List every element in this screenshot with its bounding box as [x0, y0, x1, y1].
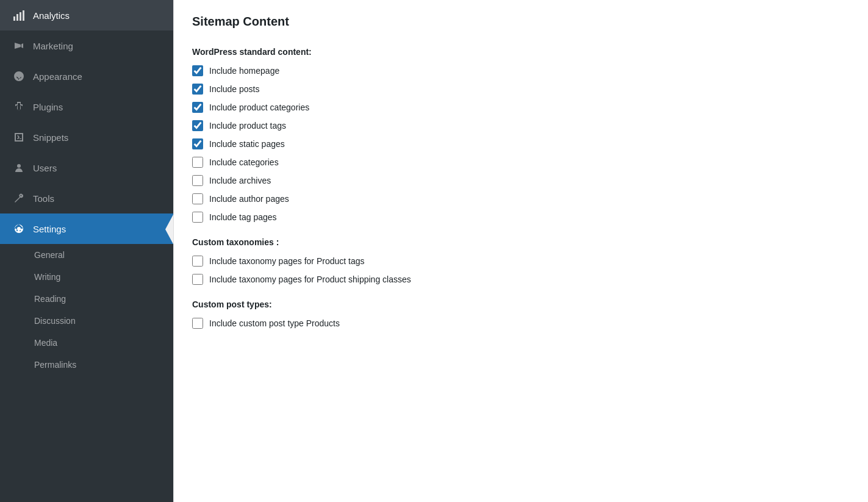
plugins-icon	[12, 100, 26, 113]
tools-icon	[12, 192, 26, 205]
checkbox-input-include-homepage[interactable]	[192, 65, 203, 76]
checkbox-label-include-product-categories: Include product categories	[209, 102, 309, 112]
analytics-icon	[12, 9, 26, 22]
sidebar-subitem-permalinks[interactable]: Permalinks	[0, 354, 173, 376]
checkbox-label-include-homepage: Include homepage	[209, 66, 279, 76]
checkbox-input-taxonomy-shipping[interactable]	[192, 274, 203, 285]
custom-post-types-label: Custom post types:	[192, 299, 850, 309]
checkbox-label-include-static-pages: Include static pages	[209, 139, 285, 149]
checkbox-include-homepage[interactable]: Include homepage	[192, 65, 850, 76]
checkbox-taxonomy-shipping[interactable]: Include taxonomy pages for Product shipp…	[192, 274, 850, 285]
sidebar-item-users[interactable]: Users	[0, 152, 173, 183]
custom-taxonomies-label: Custom taxonomies :	[192, 237, 850, 247]
sidebar-subitem-reading[interactable]: Reading	[0, 288, 173, 310]
checkbox-input-include-product-tags[interactable]	[192, 120, 203, 131]
checkbox-custom-products[interactable]: Include custom post type Products	[192, 318, 850, 329]
sidebar-label-users: Users	[33, 163, 57, 173]
checkbox-label-taxonomy-shipping: Include taxonomy pages for Product shipp…	[209, 274, 411, 284]
sidebar-item-marketing[interactable]: Marketing	[0, 30, 173, 61]
marketing-icon	[12, 39, 26, 52]
checkbox-label-include-tag-pages: Include tag pages	[209, 212, 277, 222]
checkbox-taxonomy-product-tags[interactable]: Include taxonomy pages for Product tags	[192, 256, 850, 267]
checkbox-input-include-tag-pages[interactable]	[192, 212, 203, 223]
checkbox-label-taxonomy-product-tags: Include taxonomy pages for Product tags	[209, 256, 364, 266]
svg-rect-3	[23, 10, 24, 21]
content-inner: Sitemap Content WordPress standard conte…	[174, 0, 868, 351]
sidebar-item-appearance[interactable]: Appearance	[0, 61, 173, 91]
custom-post-types-section: Custom post types: Include custom post t…	[192, 299, 850, 329]
checkbox-input-include-product-categories[interactable]	[192, 102, 203, 113]
sidebar-subitem-media[interactable]: Media	[0, 332, 173, 354]
checkbox-include-author-pages[interactable]: Include author pages	[192, 193, 850, 204]
checkbox-input-include-static-pages[interactable]	[192, 138, 203, 149]
sidebar-submenu-settings: General Writing Reading Discussion Media…	[0, 244, 173, 376]
sidebar-label-appearance: Appearance	[33, 71, 82, 82]
checkbox-label-include-posts: Include posts	[209, 84, 260, 94]
settings-icon	[12, 222, 26, 235]
svg-rect-0	[13, 16, 15, 21]
sidebar-label-marketing: Marketing	[33, 41, 73, 51]
section-title: Sitemap Content	[192, 15, 850, 35]
checkbox-label-custom-products: Include custom post type Products	[209, 318, 340, 328]
users-icon	[12, 161, 26, 174]
svg-rect-2	[20, 12, 21, 21]
standard-checkboxes: Include homepage Include posts Include p…	[192, 65, 850, 223]
sidebar-item-analytics[interactable]: Analytics	[0, 0, 173, 30]
checkbox-include-tag-pages[interactable]: Include tag pages	[192, 212, 850, 223]
sidebar-label-snippets: Snippets	[33, 132, 68, 143]
sidebar-label-plugins: Plugins	[33, 102, 63, 112]
checkbox-include-archives[interactable]: Include archives	[192, 175, 850, 186]
checkbox-label-include-author-pages: Include author pages	[209, 194, 289, 204]
checkbox-include-product-tags[interactable]: Include product tags	[192, 120, 850, 131]
sidebar-item-snippets[interactable]: Snippets	[0, 122, 173, 152]
checkbox-input-include-archives[interactable]	[192, 175, 203, 186]
svg-rect-1	[16, 14, 18, 21]
sidebar-item-settings[interactable]: Settings	[0, 213, 173, 244]
sidebar-item-tools[interactable]: Tools	[0, 183, 173, 213]
checkbox-include-posts[interactable]: Include posts	[192, 84, 850, 95]
checkbox-label-include-categories: Include categories	[209, 157, 279, 167]
checkbox-input-taxonomy-product-tags[interactable]	[192, 256, 203, 267]
svg-point-4	[17, 164, 21, 168]
main-content: Sitemap Content WordPress standard conte…	[173, 0, 868, 502]
snippets-icon	[12, 131, 26, 144]
checkbox-include-product-categories[interactable]: Include product categories	[192, 102, 850, 113]
sidebar-subitem-general[interactable]: General	[0, 244, 173, 266]
checkbox-label-include-product-tags: Include product tags	[209, 121, 286, 131]
checkbox-input-custom-products[interactable]	[192, 318, 203, 329]
sidebar-subitem-writing[interactable]: Writing	[0, 266, 173, 288]
sidebar-subitem-discussion[interactable]: Discussion	[0, 310, 173, 332]
sidebar: Analytics Marketing Appearance Plugins S…	[0, 0, 173, 502]
appearance-icon	[12, 70, 26, 83]
checkbox-label-include-archives: Include archives	[209, 176, 271, 185]
checkbox-include-static-pages[interactable]: Include static pages	[192, 138, 850, 149]
wordpress-standard-label: WordPress standard content:	[192, 47, 850, 57]
checkbox-input-include-author-pages[interactable]	[192, 193, 203, 204]
checkbox-input-include-categories[interactable]	[192, 157, 203, 168]
sidebar-item-plugins[interactable]: Plugins	[0, 91, 173, 122]
sidebar-label-settings: Settings	[33, 224, 66, 234]
custom-taxonomies-section: Custom taxonomies : Include taxonomy pag…	[192, 237, 850, 285]
checkbox-input-include-posts[interactable]	[192, 84, 203, 95]
sidebar-label-tools: Tools	[33, 193, 54, 204]
sidebar-label-analytics: Analytics	[33, 10, 70, 21]
checkbox-include-categories[interactable]: Include categories	[192, 157, 850, 168]
